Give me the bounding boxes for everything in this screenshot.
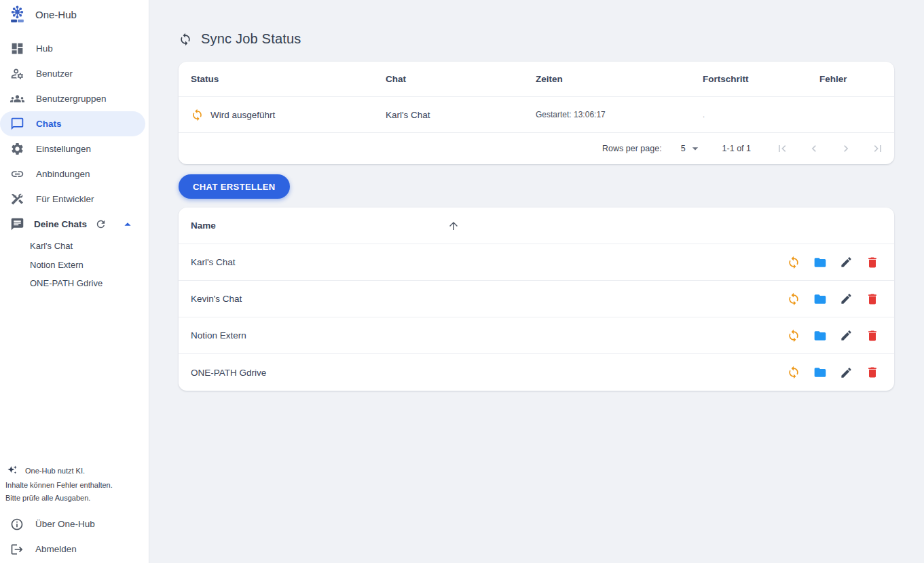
link-icon [10,167,24,181]
ai-disclaimer: One-Hub nutzt KI. Inhalte können Fehler … [0,465,149,511]
chat-name: Notion Extern [191,330,787,341]
info-icon [10,518,24,531]
sidebar-item-benutzergruppen[interactable]: Benutzergruppen [0,86,149,111]
sidebar-item-label: Einstellungen [36,144,91,154]
sidebar-footer: Über One-Hub Abmelden [0,511,149,563]
rows-per-page-select[interactable]: 5 [681,142,702,155]
chat-name: Karl's Chat [191,257,787,267]
last-page-icon[interactable] [871,142,885,155]
column-zeiten: Zeiten [536,74,703,84]
ai-disclaimer-line: Inhalte können Fehler enthalten. [5,481,143,489]
sidebar-item-fuer-entwickler[interactable]: Für Entwickler [0,187,149,212]
folder-icon[interactable] [813,366,827,379]
folder-icon[interactable] [813,292,827,306]
create-chat-button[interactable]: CHAT ERSTELLEN [179,174,290,199]
refresh-icon[interactable] [95,218,107,230]
sidebar-item-chats[interactable]: Chats [0,111,145,136]
row-actions [787,329,879,343]
delete-icon[interactable] [866,329,879,343]
column-name[interactable]: Name [191,220,216,231]
sync-icon[interactable] [787,256,800,269]
column-fehler: Fehler [819,74,894,84]
sync-icon[interactable] [787,292,800,306]
arrow-up-icon[interactable] [447,220,460,232]
sync-running-icon [191,109,204,121]
edit-icon[interactable] [840,366,853,379]
page-title-row: Sync Job Status [179,31,924,47]
row-actions [787,292,879,306]
sidebar-item-label: Hub [36,43,53,54]
sync-icon[interactable] [787,366,800,379]
user-group-icon [10,92,24,106]
column-chat: Chat [386,74,536,84]
sync-table-header: Status Chat Zeiten Fortschritt Fehler [179,62,894,97]
chat-name: Kevin's Chat [191,294,787,304]
delete-icon[interactable] [866,256,879,269]
sidebar-item-einstellungen[interactable]: Einstellungen [0,136,149,161]
chat-name: ONE-PATH Gdrive [191,368,787,378]
chevron-left-icon[interactable] [807,142,821,155]
sidebar: One-Hub Hub Benutzer Benutzergruppen Cha… [0,0,149,563]
main-content: Sync Job Status Status Chat Zeiten Forts… [149,0,924,563]
chat-filled-icon [10,217,24,231]
folder-icon[interactable] [813,329,827,343]
about-label: Über One-Hub [35,519,95,529]
sidebar-item-label: Chats [36,119,62,129]
chevron-right-icon[interactable] [839,142,853,155]
one-hub-logo-icon [8,5,26,24]
sidebar-chat-notion-extern[interactable]: Notion Extern [0,256,149,275]
sparkle-icon [7,465,18,476]
chat-cell: Karl's Chat [386,110,536,120]
first-page-icon[interactable] [775,142,789,155]
sidebar-item-anbindungen[interactable]: Anbindungen [0,161,149,187]
sync-job-status-card: Status Chat Zeiten Fortschritt Fehler Wi… [179,62,894,164]
table-pagination: Rows per page: 5 1-1 of 1 [179,133,894,164]
rows-per-page-value: 5 [681,144,686,153]
user-settings-icon [10,66,24,81]
sidebar-chat-one-path-gdrive[interactable]: ONE-PATH Gdrive [0,274,149,293]
sidebar-item-label: Benutzergruppen [36,94,107,104]
sync-icon[interactable] [787,329,800,343]
edit-icon[interactable] [840,329,853,342]
brand: One-Hub [0,4,149,28]
fortschritt-cell: . [703,111,819,119]
sidebar-item-benutzer[interactable]: Benutzer [0,61,149,86]
page-title: Sync Job Status [201,31,301,47]
logout-button[interactable]: Abmelden [0,537,149,562]
ai-disclaimer-line: Bitte prüfe alle Ausgaben. [5,494,143,502]
your-chats-label: Deine Chats [34,219,87,229]
status-cell: Wird ausgeführt [191,109,386,121]
chevron-up-icon[interactable] [120,217,135,232]
table-row: ONE-PATH Gdrive [179,354,894,391]
ai-disclaimer-line: One-Hub nutzt KI. [25,467,85,475]
rows-per-page-label: Rows per page: [602,144,662,153]
sidebar-item-hub[interactable]: Hub [0,36,149,61]
sidebar-item-label: Für Entwickler [36,194,94,204]
sidebar-item-label: Benutzer [36,69,73,79]
chats-table-card: Name Karl's Chat Kevin's Chat Notion Ext… [179,208,894,391]
gear-icon [10,142,24,156]
row-actions [787,256,879,269]
zeiten-cell: Gestartet: 13:06:17 [536,110,703,119]
logout-icon [10,543,24,556]
tools-icon [10,192,24,206]
row-actions [787,366,879,379]
sidebar-item-label: Anbindungen [36,169,90,179]
your-chats-header: Deine Chats [0,212,149,237]
table-row: Notion Extern [179,317,894,354]
column-fortschritt: Fortschritt [703,74,819,84]
delete-icon[interactable] [866,366,879,379]
delete-icon[interactable] [866,292,879,306]
table-row: Karl's Chat [179,244,894,281]
sidebar-nav: Hub Benutzer Benutzergruppen Chats Einst… [0,36,149,293]
edit-icon[interactable] [840,256,853,269]
status-text: Wird ausgeführt [210,110,275,120]
sync-icon [179,33,192,46]
sync-job-row: Wird ausgeführt Karl's Chat Gestartet: 1… [179,97,894,133]
sidebar-chat-karls-chat[interactable]: Karl's Chat [0,237,149,256]
edit-icon[interactable] [840,292,853,305]
folder-icon[interactable] [813,256,827,269]
about-one-hub-button[interactable]: Über One-Hub [0,511,149,537]
chat-bubble-icon [10,117,24,131]
pagination-range: 1-1 of 1 [722,144,751,153]
